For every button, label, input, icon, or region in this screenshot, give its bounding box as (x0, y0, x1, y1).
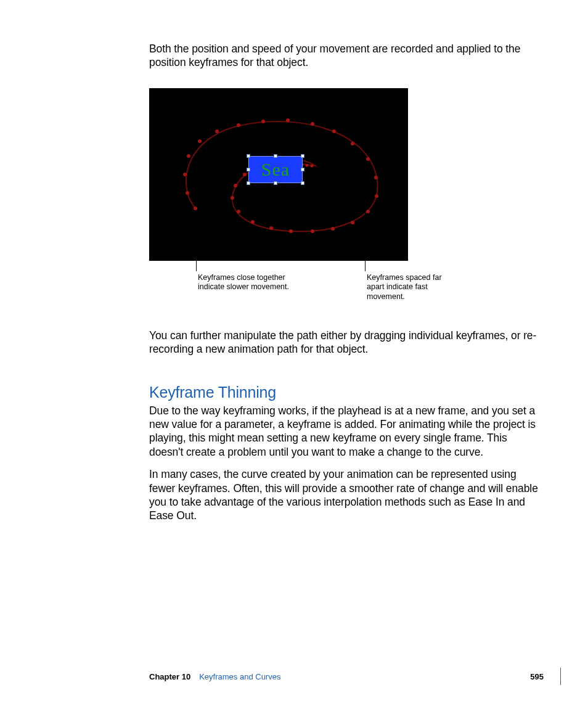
paragraph-intro: Both the position and speed of your move… (149, 42, 544, 70)
svg-point-22 (237, 210, 240, 213)
svg-point-23 (231, 196, 234, 200)
resize-handle (274, 181, 277, 185)
svg-point-6 (237, 123, 240, 127)
object-label: Sea (261, 159, 290, 180)
resize-handle (274, 154, 277, 158)
svg-point-4 (198, 139, 202, 143)
paragraph-thinning1: Due to the way keyframing works, if the … (149, 404, 544, 459)
svg-point-8 (286, 118, 290, 122)
figure-callouts: Keyframes close together indicate slower… (149, 261, 457, 316)
svg-point-10 (332, 129, 336, 133)
svg-point-1 (186, 191, 189, 195)
svg-point-17 (331, 227, 335, 231)
svg-point-39 (311, 164, 314, 167)
figure-wrap: Sea Keyframes close together indicate sl… (149, 88, 544, 316)
callout-line (365, 211, 365, 271)
selected-object: Sea (249, 157, 302, 183)
footer-rule (560, 668, 561, 685)
resize-handle (247, 168, 250, 171)
paragraph-manipulate: You can further manipulate the path eith… (149, 329, 544, 356)
resize-handle (247, 181, 250, 185)
callout-line (196, 211, 197, 271)
svg-point-16 (351, 221, 354, 224)
svg-point-0 (194, 207, 197, 210)
section-heading: Keyframe Thinning (149, 384, 544, 401)
chapter-title: Keyframes and Curves (199, 672, 280, 681)
chapter-label: Chapter 10 (149, 672, 190, 681)
svg-point-24 (234, 184, 237, 187)
resize-handle (301, 168, 304, 171)
svg-point-38 (306, 163, 309, 166)
page-footer: Chapter 10 Keyframes and Curves 595 (149, 672, 544, 681)
motion-path-figure: Sea (149, 88, 408, 261)
svg-point-18 (311, 229, 314, 233)
resize-handle (301, 181, 304, 185)
svg-point-11 (351, 142, 354, 146)
callout-left: Keyframes close together indicate slower… (198, 273, 296, 292)
svg-point-7 (261, 120, 265, 123)
svg-point-14 (375, 194, 378, 198)
svg-point-15 (366, 210, 370, 213)
svg-point-2 (183, 173, 187, 176)
svg-point-25 (243, 173, 247, 176)
svg-point-21 (251, 220, 255, 224)
page-content: Both the position and speed of your move… (149, 42, 544, 532)
svg-point-19 (289, 229, 293, 233)
svg-point-20 (269, 226, 273, 230)
resize-handle (247, 154, 250, 158)
callout-right: Keyframes spaced far apart indicate fast… (367, 273, 459, 302)
paragraph-thinning2: In many cases, the curve created by your… (149, 467, 544, 523)
page-number: 595 (530, 672, 544, 681)
svg-point-9 (311, 122, 314, 126)
svg-point-12 (366, 157, 370, 161)
resize-handle (301, 154, 304, 158)
svg-point-5 (215, 129, 219, 133)
svg-point-3 (187, 154, 190, 158)
svg-point-13 (374, 176, 378, 179)
